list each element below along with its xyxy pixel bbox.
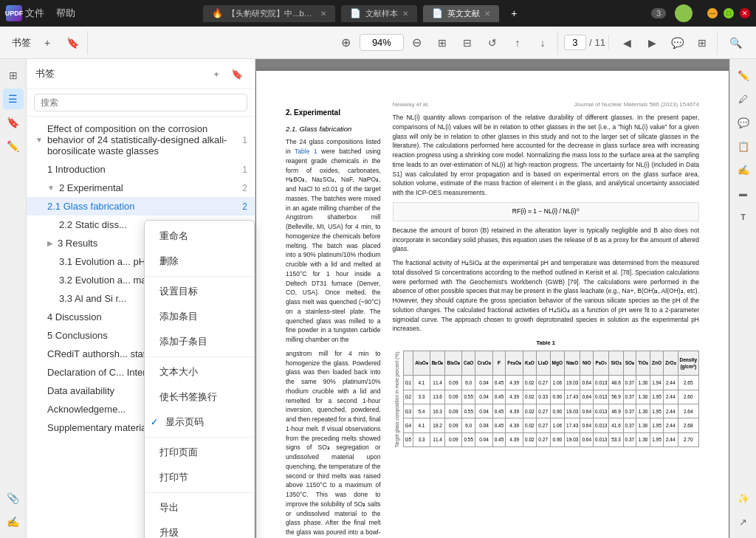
minimize-btn[interactable]: —: [707, 8, 718, 18]
menu-show-code[interactable]: ✓显示页码: [145, 410, 254, 435]
tab-bar: 🔥 【头豹研究院】中...bao.com】 ✕ 📄 文献样本 ✕ 📄 英文文献 …: [78, 4, 648, 22]
toc-add-btn[interactable]: +: [207, 65, 225, 83]
pdf-area[interactable]: 2 2. Experimental 2.1. Glass fabrication…: [255, 59, 729, 538]
toc-chevron-main: ▼: [35, 136, 43, 144]
tab1-icon: 🔥: [212, 8, 223, 18]
stamp-btn[interactable]: 📋: [733, 136, 754, 156]
toc-introduction-text: 1 Introduction: [47, 164, 239, 175]
menu-print-page[interactable]: 打印页面: [145, 440, 254, 465]
main-toolbar: 书签 + 🔖 ⊕ 94% ⊖ ⊞ ⊟ ↺ ↑ ↓ / 11 ◀ ▶ 💬 ⊞ 🔍: [0, 27, 756, 59]
tab3-close[interactable]: ✕: [484, 10, 490, 18]
add-bookmark-btn[interactable]: +: [35, 31, 59, 55]
toc-main-num: 1: [242, 135, 247, 145]
layout-btn[interactable]: ⊞: [690, 31, 714, 55]
tab1-close[interactable]: ✕: [320, 10, 326, 18]
bookmark-sidebar-btn[interactable]: 🔖: [3, 112, 24, 133]
fit-page-btn[interactable]: ⊟: [456, 31, 479, 55]
toc-glass-fab-num: 2: [242, 201, 247, 212]
comment-btn[interactable]: 💬: [665, 31, 689, 55]
pdf-left-col: 2. Experimental 2.1. Glass fabrication T…: [286, 100, 381, 538]
ai-btn[interactable]: ✨: [733, 488, 754, 508]
tab-3[interactable]: 📄 英文文献 ✕: [423, 5, 499, 22]
toc-experimental-text: 2 Experimental: [59, 182, 239, 193]
menu-print-section[interactable]: 打印节: [145, 465, 254, 490]
new-tab-btn[interactable]: +: [505, 4, 523, 22]
menu-add-item[interactable]: 添加条目: [145, 304, 254, 329]
right-sidebar: ✏️ 🖊 💬 📋 ✍ ▬ T ✨ ↗: [729, 59, 756, 538]
menu-export[interactable]: 导出: [145, 495, 254, 520]
maximize-btn[interactable]: □: [724, 8, 734, 18]
app-logo: UPDF: [6, 5, 22, 21]
total-pages: 11: [595, 37, 605, 48]
menu-use-bookmark[interactable]: 使长书签换行: [145, 384, 254, 410]
menu-upgrade[interactable]: 升级: [145, 520, 254, 538]
tab2-close[interactable]: ✕: [402, 10, 408, 18]
pdf-right-text-3: The fractional activity of H₄SiO₄ at the…: [393, 258, 700, 334]
pdf-text-1: The 24 glass compositions listed in Tabl…: [286, 137, 381, 345]
menu-divider-3: [145, 437, 254, 438]
signature-btn[interactable]: ✍: [3, 511, 24, 532]
sign-btn[interactable]: ✍: [733, 159, 754, 180]
ocr-btn[interactable]: T: [733, 207, 754, 227]
rotate-btn[interactable]: ↺: [481, 31, 504, 55]
page-display: / 11: [564, 35, 605, 50]
pdf-table-content: Target glass composition in mole percent…: [393, 351, 700, 448]
tab1-label: 【头豹研究院】中...bao.com】: [227, 8, 316, 19]
thumbnail-btn[interactable]: ⊞: [3, 65, 24, 86]
pdf-header-right: Newway et al. Journal of Nuclear Materia…: [393, 100, 700, 108]
attachment-btn[interactable]: 📎: [3, 488, 24, 508]
zoom-out-btn[interactable]: ⊖: [405, 31, 429, 55]
toc-header: 书签 + 🔖: [27, 59, 255, 89]
toc-title: 书签: [35, 67, 202, 80]
search-btn[interactable]: 🔍: [724, 31, 747, 55]
toc-item-introduction[interactable]: 1 Introduction 1: [27, 160, 255, 179]
prev-page-btn[interactable]: ◀: [615, 31, 639, 55]
highlight-btn[interactable]: 🖊: [733, 89, 754, 109]
menu-file[interactable]: 文件: [25, 7, 44, 20]
annotation-btn[interactable]: ✏️: [3, 136, 24, 156]
toc-item-experimental[interactable]: ▼ 2 Experimental 2: [27, 179, 255, 197]
zoom-in-btn[interactable]: ⊕: [334, 31, 358, 55]
nav-up-btn[interactable]: ↑: [506, 31, 529, 55]
menu-add-child[interactable]: 添加子条目: [145, 329, 254, 354]
pdf-columns: 2. Experimental 2.1. Glass fabrication T…: [286, 100, 699, 538]
toc-btn[interactable]: ☰: [3, 89, 24, 109]
menu-delete[interactable]: 删除: [145, 249, 254, 274]
titlebar: UPDF 文件 帮助 🔥 【头豹研究院】中...bao.com】 ✕ 📄 文献样…: [0, 0, 756, 27]
toc-header-icons: + 🔖: [207, 65, 246, 83]
next-page-btn[interactable]: ▶: [640, 31, 664, 55]
menu-divider-1: [145, 276, 254, 277]
user-avatar[interactable]: [675, 4, 693, 22]
pdf-journal: Journal of Nuclear Materials 586 (2023) …: [574, 100, 699, 108]
pdf-author: Newway et al.: [393, 100, 430, 108]
fit-width-btn[interactable]: ⊞: [430, 31, 454, 55]
toc-bookmark-btn[interactable]: 🔖: [228, 65, 246, 83]
toc-introduction-num: 1: [242, 165, 247, 175]
menu-rename[interactable]: 重命名: [145, 224, 254, 249]
main-layout: ⊞ ☰ 🔖 ✏️ 📎 ✍ 书签 + 🔖 ▼ Effect of composit…: [0, 59, 756, 538]
page-input[interactable]: [564, 35, 586, 50]
toc-item-glass-fab[interactable]: 2.1 Glass fabrication 2: [27, 197, 255, 215]
tab-2[interactable]: 📄 文献样本 ✕: [341, 5, 417, 22]
tab3-icon: 📄: [432, 8, 443, 18]
tab-1[interactable]: 🔥 【头豹研究院】中...bao.com】 ✕: [203, 5, 335, 22]
menu-bar: 文件 帮助: [25, 7, 75, 20]
bookmark-icon-btn[interactable]: 🔖: [61, 31, 84, 55]
share-btn[interactable]: ↗: [733, 511, 754, 532]
search-group: 🔍: [721, 31, 750, 55]
menu-set-target[interactable]: 设置目标: [145, 279, 254, 304]
comment-add-btn[interactable]: 💬: [733, 112, 754, 133]
bookmark-label: 书签: [9, 36, 34, 49]
menu-help[interactable]: 帮助: [56, 7, 75, 20]
close-btn[interactable]: ✕: [740, 8, 750, 18]
menu-font-size[interactable]: 文本大小: [145, 359, 254, 384]
nav-down-btn[interactable]: ↓: [531, 31, 554, 55]
pdf-small-table: Al₂O₃B₂O₃Bi₂O₃CaOCr₂O₃FFe₂O₃K₂OLi₂OMgONa…: [403, 351, 700, 448]
pdf-right-text-2: Because the amount of boron (B) retained…: [393, 226, 700, 254]
window-controls: — □ ✕: [707, 8, 750, 18]
toc-search-input[interactable]: [34, 94, 247, 111]
pdf-table-area: Table 1 Target glass composition in mole…: [393, 339, 700, 447]
edit-btn[interactable]: ✏️: [733, 65, 754, 86]
redact-btn[interactable]: ▬: [733, 183, 754, 204]
toc-item-main[interactable]: ▼ Effect of composition on the corrosion…: [27, 120, 255, 160]
